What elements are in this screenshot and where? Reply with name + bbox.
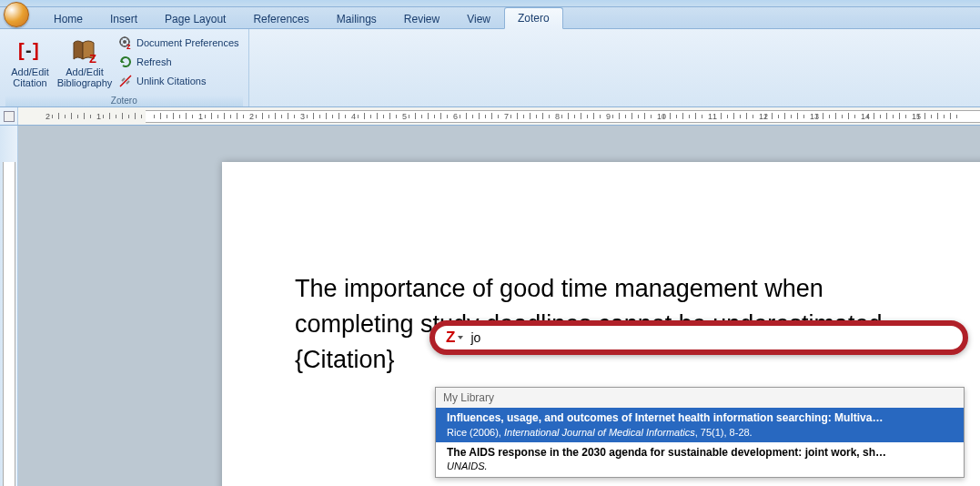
ruler-tick: 2 [45, 107, 50, 125]
ruler-tick: 13 [810, 107, 819, 125]
ruler-tick: 4 [351, 107, 356, 125]
ribbon-group-zotero: [-] Add/Edit Citation Z Add/Edit Bibliog… [0, 29, 249, 106]
zotero-results-header: My Library [436, 388, 964, 408]
ruler-tick: 1 [96, 107, 101, 125]
citation-icon: [-] [15, 35, 45, 65]
unlink-citations-button[interactable]: Unlink Citations [115, 72, 243, 90]
tab-home[interactable]: Home [40, 8, 96, 29]
add-edit-bibliography-button[interactable]: Z Add/Edit Bibliography [60, 32, 109, 90]
tab-page-layout[interactable]: Page Layout [151, 8, 239, 29]
ruler-tick: 1 [198, 107, 203, 125]
zotero-citation-search-bar[interactable]: Z [429, 320, 968, 355]
ribbon: [-] Add/Edit Citation Z Add/Edit Bibliog… [0, 29, 980, 107]
zotero-result-item[interactable]: Influences, usage, and outcomes of Inter… [436, 408, 964, 442]
ruler-tick: 3 [300, 107, 305, 125]
bibliography-icon: Z [70, 35, 99, 65]
tab-zotero[interactable]: Zotero [504, 7, 563, 29]
zotero-logo-icon: Z [446, 329, 455, 347]
document-preferences-button[interactable]: z Document Preferences [115, 34, 243, 52]
add-edit-citation-button[interactable]: [-] Add/Edit Citation [5, 32, 55, 90]
tab-view[interactable]: View [453, 8, 504, 29]
zotero-result-meta: UNAIDS. [447, 460, 953, 472]
ruler-tick: 9 [606, 107, 611, 125]
title-bar [0, 0, 980, 7]
ruler-tick: 6 [453, 107, 458, 125]
zotero-result-title: Influences, usage, and outcomes of Inter… [447, 411, 953, 426]
ribbon-group-label: Zotero [5, 96, 243, 106]
vertical-ruler[interactable] [0, 126, 18, 486]
zotero-search-input[interactable] [470, 330, 952, 345]
ribbon-tabs: Home Insert Page Layout References Maili… [0, 7, 980, 29]
gear-icon: z [118, 35, 133, 50]
tab-review[interactable]: Review [390, 8, 453, 29]
ruler-tick: 8 [555, 107, 560, 125]
svg-text:]: ] [33, 40, 39, 60]
ruler-tick: 12 [759, 107, 768, 125]
zotero-results-dropdown: My Library Influences, usage, and outcom… [435, 387, 965, 478]
ruler-tick: 2 [249, 107, 254, 125]
zotero-result-item[interactable]: The AIDS response in the 2030 agenda for… [436, 442, 964, 477]
ruler-tick: 14 [861, 107, 870, 125]
zotero-result-title: The AIDS response in the 2030 agenda for… [447, 446, 953, 461]
svg-text:z: z [126, 42, 131, 50]
dropdown-arrow-icon[interactable] [458, 336, 463, 339]
refresh-button[interactable]: Refresh [115, 53, 243, 71]
ruler-tick: 15 [912, 107, 921, 125]
ruler-tick: 5 [402, 107, 407, 125]
office-button[interactable] [4, 2, 29, 27]
unlink-icon [118, 74, 133, 88]
svg-text:-: - [25, 40, 32, 60]
zotero-result-meta: Rice (2006), International Journal of Me… [447, 426, 953, 439]
tab-references[interactable]: References [239, 8, 322, 29]
ruler-tick: 10 [657, 107, 666, 125]
tab-mailings[interactable]: Mailings [323, 8, 390, 29]
ruler-tick: 11 [708, 107, 717, 125]
tab-insert[interactable]: Insert [96, 8, 151, 29]
horizontal-ruler[interactable]: 21123456789101112131415 [0, 107, 980, 126]
ruler-tick: 7 [504, 107, 509, 125]
svg-text:Z: Z [89, 52, 96, 65]
refresh-icon [118, 55, 133, 69]
ruler-corner [0, 107, 18, 125]
svg-text:[: [ [18, 40, 25, 60]
